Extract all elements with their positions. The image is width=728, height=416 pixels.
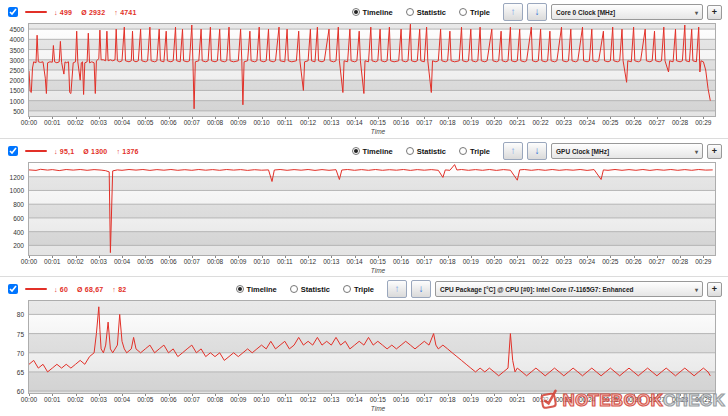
move-up-button[interactable]: ↑ [387, 280, 407, 298]
x-axis-label: 00:04 [114, 396, 130, 403]
y-axis-label: 60 [17, 388, 24, 395]
avg-stat: Ø 1300 [83, 148, 107, 155]
move-down-button[interactable]: ↓ [411, 280, 431, 298]
arrow-down-icon: ↓ [419, 284, 424, 294]
metric-dropdown[interactable]: CPU Package [°C] @ CPU [#0]: Intel Core … [435, 281, 703, 297]
radio-triple[interactable]: Triple [459, 8, 490, 17]
x-axis-label: 00:26 [625, 396, 641, 403]
x-axis-label: 00:08 [207, 396, 223, 403]
x-axis-label: 00:16 [393, 258, 409, 265]
series-color-swatch [25, 150, 47, 152]
x-axis-label: 00:14 [346, 396, 362, 403]
x-axis: 00:0000:0100:0200:0300:0400:0500:0600:07… [28, 256, 718, 267]
x-axis-label: 00:26 [625, 258, 641, 265]
add-chart-button[interactable]: + [707, 5, 722, 20]
metric-dropdown[interactable]: GPU Clock [MHz]▾ [551, 143, 703, 159]
radio-dot [352, 147, 360, 155]
radio-statistic[interactable]: Statistic [290, 285, 330, 294]
y-axis-label: 1000 [10, 98, 24, 105]
x-axis-label: 00:11 [277, 258, 293, 265]
x-axis-label: 00:09 [230, 396, 246, 403]
x-axis-title: Time [0, 405, 728, 415]
x-axis-label: 00:22 [532, 119, 548, 126]
min-stat: ↓ 499 [54, 9, 72, 16]
x-axis-label: 00:15 [370, 258, 386, 265]
y-axis-label: 70 [17, 350, 24, 357]
move-up-button[interactable]: ↑ [503, 142, 523, 160]
move-down-button[interactable]: ↓ [527, 142, 547, 160]
x-axis-label: 00:28 [672, 258, 688, 265]
y-axis-label: 2500 [10, 67, 24, 74]
x-axis-label: 00:17 [416, 258, 432, 265]
chevron-down-icon: ▾ [692, 9, 698, 16]
x-axis-label: 00:18 [439, 258, 455, 265]
radio-timeline[interactable]: Timeline [236, 285, 277, 294]
x-axis-label: 00:16 [393, 396, 409, 403]
x-axis-label: 00:27 [649, 119, 665, 126]
min-stat: ↓ 95,1 [54, 148, 74, 155]
chevron-down-icon: ▾ [692, 286, 698, 293]
y-axis: 6065707580 [0, 300, 28, 394]
x-axis-label: 00:13 [323, 396, 339, 403]
x-axis-label: 00:20 [486, 258, 502, 265]
x-axis-label: 00:15 [370, 396, 386, 403]
x-axis-label: 00:19 [463, 396, 479, 403]
x-axis-label: 00:06 [160, 258, 176, 265]
x-axis-label: 00:02 [67, 258, 83, 265]
panel1-header: ↓ 499 Ø 2932 ↑ 4741 Timeline Statistic T… [0, 0, 728, 22]
radio-dot [406, 147, 414, 155]
max-stat: ↑ 1376 [116, 148, 138, 155]
move-up-button[interactable]: ↑ [503, 3, 523, 21]
x-axis-label: 00:09 [230, 258, 246, 265]
x-axis-label: 00:07 [184, 119, 200, 126]
radio-statistic[interactable]: Statistic [406, 8, 446, 17]
radio-statistic[interactable]: Statistic [406, 147, 446, 156]
x-axis-label: 00:27 [649, 396, 665, 403]
x-axis-label: 00:13 [323, 119, 339, 126]
x-axis-label: 00:28 [672, 119, 688, 126]
panel-cpu-package-temp: ↓ 60 Ø 68,67 ↑ 82 Timeline Statistic Tri… [0, 276, 728, 414]
x-axis-label: 00:06 [160, 119, 176, 126]
series-visible-checkbox[interactable] [8, 7, 18, 17]
x-axis-label: 00:10 [253, 258, 269, 265]
panel-gpu-clock: ↓ 95,1 Ø 1300 ↑ 1376 Timeline Statistic … [0, 138, 728, 276]
avg-stat: Ø 2932 [81, 9, 105, 16]
x-axis-label: 00:22 [532, 396, 548, 403]
move-down-button[interactable]: ↓ [527, 3, 547, 21]
radio-dot [459, 147, 467, 155]
series-color-swatch [25, 288, 47, 290]
radio-triple[interactable]: Triple [459, 147, 490, 156]
radio-triple[interactable]: Triple [343, 285, 374, 294]
y-axis-label: 75 [17, 331, 24, 338]
x-axis-label: 00:10 [253, 396, 269, 403]
panel-core0-clock: ↓ 499 Ø 2932 ↑ 4741 Timeline Statistic T… [0, 0, 728, 138]
add-chart-button[interactable]: + [707, 144, 722, 159]
radio-dot [343, 285, 351, 293]
hwinfo-logview-window: ↓ 499 Ø 2932 ↑ 4741 Timeline Statistic T… [0, 0, 728, 416]
radio-timeline[interactable]: Timeline [352, 8, 393, 17]
x-axis-label: 00:25 [602, 396, 618, 403]
y-axis-label: 400 [13, 229, 24, 236]
x-axis-label: 00:20 [486, 396, 502, 403]
radio-dot [352, 8, 360, 16]
x-axis-label: 00:11 [277, 119, 293, 126]
y-axis-label: 1000 [10, 187, 24, 194]
y-axis-label: 1200 [10, 174, 24, 181]
x-axis: 00:0000:0100:0200:0300:0400:0500:0600:07… [28, 394, 718, 405]
x-axis-label: 00:24 [579, 119, 595, 126]
metric-dropdown[interactable]: Core 0 Clock [MHz]▾ [551, 4, 703, 20]
add-chart-button[interactable]: + [707, 282, 722, 297]
series-visible-checkbox[interactable] [8, 146, 18, 156]
x-axis-label: 00:04 [114, 119, 130, 126]
x-axis-label: 00:28 [672, 396, 688, 403]
y-axis-label: 3500 [10, 47, 24, 54]
x-axis-label: 00:17 [416, 396, 432, 403]
y-axis-label: 1500 [10, 87, 24, 94]
x-axis-label: 00:00 [21, 119, 37, 126]
radio-timeline[interactable]: Timeline [352, 147, 393, 156]
x-axis-label: 00:21 [509, 258, 525, 265]
x-axis-label: 00:12 [300, 258, 316, 265]
x-axis-label: 00:00 [21, 396, 37, 403]
y-axis-label: 3000 [10, 57, 24, 64]
series-visible-checkbox[interactable] [8, 284, 18, 294]
